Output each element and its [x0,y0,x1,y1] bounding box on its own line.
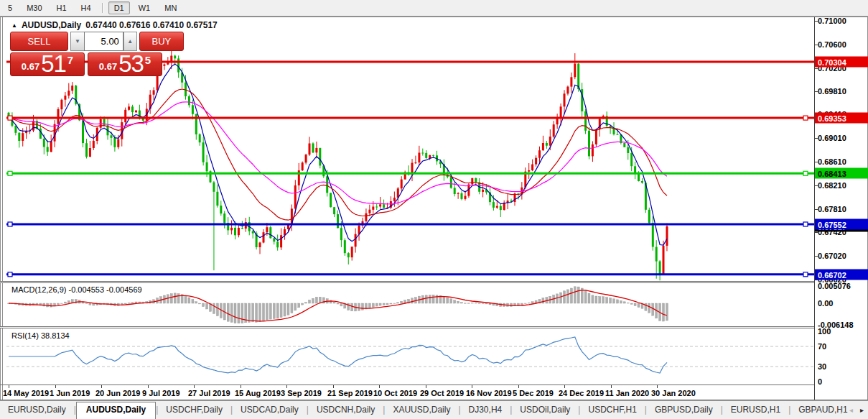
chart-tab-USDCAD-Daily[interactable]: USDCAD,Daily [233,402,307,419]
buy-price-quote[interactable]: 0.67 53 5 [88,52,162,76]
timeframe-button-W1[interactable]: W1 [133,1,157,14]
chart-tab-AUDUSD-Daily[interactable]: AUDUSD,Daily [76,402,156,419]
price-line-label: 0.70304 [815,57,868,68]
trading-terminal: 5M30H1H4D1W1MN ▲ AUDUSD,Daily 0.67440 0.… [0,0,868,419]
date-label: 10 Oct 2019 [373,389,417,397]
price-tick-label: 0.68610 [818,157,846,166]
scroll-left-icon[interactable]: ◂ [849,406,853,414]
price-tick-label: 0.67020 [818,252,846,260]
date-tick [9,385,9,388]
chart-tab-USDCHF-Daily[interactable]: USDCHF,Daily [158,402,230,419]
buy-price-prefix: 0.67 [99,61,117,72]
date-label: 20 Jun 2019 [95,389,140,397]
pane-divider [0,385,814,385]
chart-tab-XAUUSD-Daily[interactable]: XAUUSD,Daily [385,402,458,419]
rsi-indicator-label: RSI(14) 38.8134 [11,331,70,340]
timeframe-button-M30[interactable]: M30 [21,1,47,14]
pane-left-border [2,17,3,400]
date-tick [564,385,565,388]
one-click-trade-panel: SELL ▼ 5.00 ▲ BUY 0.67 51 7 0.67 53 5 [10,32,184,76]
timeframe-button-H1[interactable]: H1 [51,1,73,14]
price-line-label: 0.69353 [815,113,868,124]
chart-tab-GBPUSD-Daily[interactable]: GBPUSD,Daily [647,402,721,419]
chart-ohlc-values: 0.67440 0.67616 0.67410 0.67517 [85,20,218,30]
chart-collapse-icon[interactable]: ▲ [11,22,17,29]
price-tick-label: 0.69810 [818,87,846,96]
pane-divider [0,282,814,283]
date-label: 29 Oct 2019 [420,389,464,397]
chart-title: AUDUSD,Daily [22,20,81,30]
date-tick [426,385,426,388]
pane-divider [0,328,814,328]
timeframe-button-MN[interactable]: MN [159,1,182,14]
chevron-up-icon: ▲ [127,38,133,45]
sell-price-big: 51 [41,52,66,75]
price-line-label: 0.68413 [815,168,868,179]
sell-price-prefix: 0.67 [22,61,39,72]
date-tick [472,385,472,388]
date-tick [333,385,334,388]
date-tick [286,385,287,388]
tab-scroll-controls: |◂▸ [840,401,864,419]
date-label: 27 Jul 2019 [188,389,230,397]
date-tick [657,385,658,388]
sell-price-quote[interactable]: 0.67 51 7 [10,52,85,76]
buy-price-big: 53 [118,52,144,75]
volume-decrease-button[interactable]: ▼ [70,32,84,51]
sell-button[interactable]: SELL [10,32,68,51]
chart-tab-USDCNH-Daily[interactable]: USDCNH,Daily [309,402,383,419]
date-label: 5 Dec 2019 [513,389,554,397]
tab-scroll-separator: | [840,406,842,414]
date-label: 15 Aug 2019 [235,389,281,397]
rsi-axis-label: 100 [818,327,831,336]
date-tick [241,385,241,388]
date-label: 14 May 2019 [3,389,49,397]
date-tick [518,385,519,388]
date-label: 24 Dec 2019 [559,389,604,397]
timeframe-button-D1[interactable]: D1 [108,1,130,14]
date-tick [148,385,149,388]
volume-field[interactable]: 5.00 [84,32,123,51]
chart-header: ▲ AUDUSD,Daily 0.67440 0.67616 0.67410 0… [11,20,218,30]
price-tick-label: 0.70600 [818,40,846,49]
rsi-pane[interactable] [6,328,814,385]
rsi-axis-label: 70 [818,342,826,351]
price-line-label: 0.66702 [815,270,868,280]
chart-tab-EURUSD-Daily[interactable]: EURUSD,Daily [0,402,74,419]
macd-axis-label: 0.005076 [818,282,851,290]
date-tick [379,385,380,388]
date-label: 3 Sep 2019 [281,389,322,397]
buy-button[interactable]: BUY [139,32,184,51]
price-line-label: 0.67552 [815,219,868,230]
timeframe-button-H4[interactable]: H4 [75,1,97,14]
chart-tab-USDOil-Daily[interactable]: USDOil,Daily [512,402,578,419]
toolbar-separator [102,3,103,13]
date-label: 11 Jan 2020 [605,389,649,397]
sell-price-sup: 7 [67,54,73,66]
date-label: 21 Sep 2019 [327,389,373,397]
date-tick [194,385,195,388]
price-tick-label: 0.71000 [818,17,846,25]
timeframe-toolbar: 5M30H1H4D1W1MN [0,0,868,16]
date-label: 1 Jun 2019 [50,389,90,397]
date-label: 30 Jan 2020 [651,389,696,397]
chart-tab-bar: EURUSD,Daily|AUDUSD,Daily|USDCHF,Daily|U… [0,400,868,419]
rsi-axis-label: 30 [818,362,826,371]
macd-axis-label: 0.00 [818,299,833,308]
price-tick-label: 0.69010 [818,134,846,142]
volume-increase-button[interactable]: ▲ [123,32,137,51]
chart-tab-EURUSD-H1[interactable]: EURUSD,H1 [723,402,788,419]
date-tick [101,385,102,388]
chevron-down-icon: ▼ [75,38,80,45]
date-label: 9 Jul 2019 [142,389,180,397]
scroll-right-icon[interactable]: ▸ [860,406,864,414]
date-tick [611,385,612,388]
chart-tab-DJ30-H4[interactable]: DJ30,H4 [461,402,510,419]
price-tick-label: 0.67810 [818,205,846,213]
rsi-axis-label: 0 [818,377,822,386]
price-axis-line [814,17,815,400]
chart-tab-USDCHF-H1[interactable]: USDCHF,H1 [580,402,644,419]
date-tick [55,385,56,388]
macd-indicator-label: MACD(12,26,9) -0.004553 -0.004569 [11,285,142,294]
timeframe-button-5[interactable]: 5 [2,1,18,14]
